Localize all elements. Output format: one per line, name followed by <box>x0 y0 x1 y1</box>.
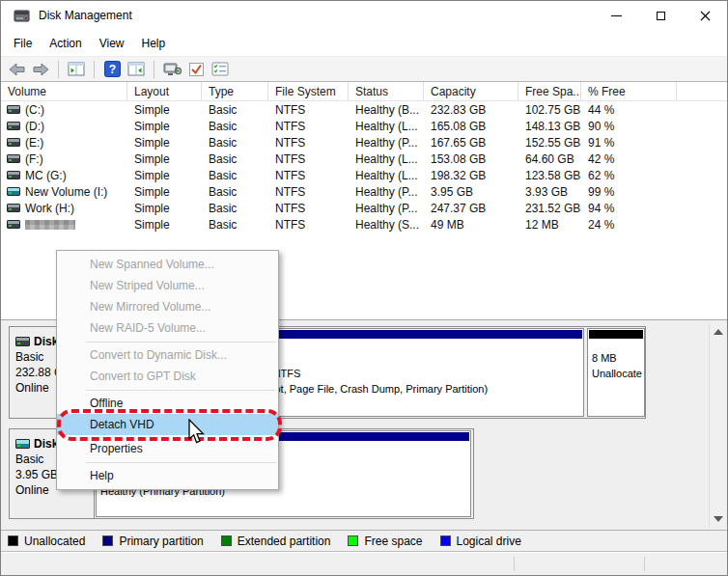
menu-item-new-striped: New Striped Volume... <box>57 275 278 296</box>
show-console-tree-icon[interactable] <box>67 60 86 79</box>
volume-name: (C:) <box>25 103 44 117</box>
menu-file[interactable]: File <box>5 33 41 54</box>
table-row[interactable]: (E:) Simple Basic NTFS Healthy (P... 167… <box>1 134 728 151</box>
drive-icon <box>7 204 20 212</box>
vhd-disk-icon <box>15 439 30 449</box>
minimize-button[interactable] <box>594 1 638 31</box>
legend-label: Free space <box>364 535 422 548</box>
legend-swatch-primary <box>102 535 113 546</box>
menu-item-properties[interactable]: Properties <box>57 438 278 459</box>
menu-item-help[interactable]: Help <box>57 465 278 486</box>
status-divider <box>644 557 645 571</box>
toolbar-separator <box>94 61 95 78</box>
cell-status: Healthy (L... <box>349 120 424 133</box>
drive-icon <box>7 220 20 229</box>
toolbar: ? <box>1 56 727 81</box>
cell-status: Healthy (L... <box>349 169 424 182</box>
cell-free: 3.93 GB <box>518 185 581 199</box>
cell-free: 123.58 GB <box>518 169 581 182</box>
cell-fs: NTFS <box>268 202 349 215</box>
cell-status: Healthy (L... <box>349 152 424 166</box>
cell-capacity: 165.08 GB <box>424 120 518 133</box>
partition-unallocated[interactable]: 8 MB Unallocated <box>587 328 645 417</box>
cell-layout: Simple <box>127 202 202 215</box>
show-action-pane-icon[interactable] <box>126 60 146 79</box>
disk-management-app-icon <box>14 9 30 23</box>
close-button[interactable] <box>683 1 727 31</box>
cell-status: Healthy (P... <box>349 185 424 199</box>
table-row[interactable]: Simple Basic NTFS Healthy (S... 49 MB 12… <box>1 216 728 233</box>
menu-item-new-spanned: New Spanned Volume... <box>57 254 278 275</box>
unallocated-bar <box>589 330 643 339</box>
menu-separator <box>86 462 276 463</box>
cell-pctfree: 44 % <box>581 103 677 117</box>
column-header-filesystem[interactable]: File System <box>268 82 349 100</box>
partition-size: 8 MB <box>592 350 642 366</box>
menu-item-offline[interactable]: Offline <box>57 393 278 414</box>
drive-icon <box>7 105 20 114</box>
legend-label: Primary partition <box>119 535 203 548</box>
menu-separator <box>86 390 276 391</box>
legend-bar: Unallocated Primary partition Extended p… <box>1 530 727 551</box>
mouse-cursor <box>187 419 206 445</box>
table-row[interactable]: (D:) Simple Basic NTFS Healthy (L... 165… <box>1 118 728 134</box>
cell-pctfree: 24 % <box>581 218 677 232</box>
legend-swatch-unallocated <box>8 535 18 546</box>
status-divider <box>514 557 515 571</box>
menu-action[interactable]: Action <box>41 33 90 54</box>
table-row[interactable]: MC (G:) Simple Basic NTFS Healthy (L... … <box>1 167 728 183</box>
window-title: Disk Management <box>39 9 132 22</box>
column-header-status[interactable]: Status <box>349 82 424 100</box>
cell-pctfree: 99 % <box>581 185 677 199</box>
properties-list-icon[interactable] <box>210 60 230 79</box>
volume-name: MC (G:) <box>25 169 67 182</box>
volume-name: (F:) <box>25 152 43 166</box>
disk-name: Disk <box>34 436 58 452</box>
menu-item-detach-vhd[interactable]: Detach VHD <box>57 414 278 435</box>
cell-layout: Simple <box>127 152 202 166</box>
table-row[interactable]: Work (H:) Simple Basic NTFS Healthy (P..… <box>1 200 728 216</box>
menu-view[interactable]: View <box>91 33 133 54</box>
cell-capacity: 167.65 GB <box>424 136 518 150</box>
check-mark-icon[interactable] <box>186 60 206 79</box>
column-header-pctfree[interactable]: % Free <box>581 82 677 100</box>
menu-help[interactable]: Help <box>133 33 175 54</box>
cell-type: Basic <box>202 169 268 182</box>
legend-swatch-extended <box>221 535 232 546</box>
disk-tool-icon[interactable] <box>162 60 182 79</box>
cell-capacity: 247.37 GB <box>424 202 518 215</box>
cell-layout: Simple <box>127 169 202 182</box>
scroll-down-icon[interactable] <box>714 516 723 522</box>
table-row[interactable]: (C:) Simple Basic NTFS Healthy (B... 232… <box>1 101 728 118</box>
cell-type: Basic <box>202 103 268 117</box>
table-row[interactable]: (F:) Simple Basic NTFS Healthy (L... 153… <box>1 151 728 167</box>
cell-capacity: 198.32 GB <box>424 169 518 182</box>
cell-capacity: 49 MB <box>424 218 518 232</box>
scroll-up-icon[interactable] <box>714 329 723 335</box>
drive-icon <box>7 154 20 163</box>
menu-bar: File Action View Help <box>1 31 727 56</box>
minimize-icon <box>611 15 622 16</box>
help-icon[interactable]: ? <box>102 60 122 79</box>
forward-icon[interactable] <box>31 60 50 79</box>
cell-status: Healthy (B... <box>349 103 424 117</box>
vertical-scrollbar[interactable] <box>709 323 725 528</box>
column-header-type[interactable]: Type <box>202 82 268 100</box>
cell-layout: Simple <box>127 120 202 133</box>
cell-status: Healthy (P... <box>349 136 424 150</box>
cell-type: Basic <box>202 218 268 232</box>
cell-status: Healthy (P... <box>349 202 424 215</box>
cell-fs: NTFS <box>268 136 349 150</box>
column-header-capacity[interactable]: Capacity <box>424 82 518 100</box>
column-header-layout[interactable]: Layout <box>127 82 202 100</box>
maximize-button[interactable] <box>638 1 683 31</box>
table-row[interactable]: New Volume (I:) Simple Basic NTFS Health… <box>1 183 728 200</box>
disk-name: Disk <box>34 334 58 349</box>
legend-label: Unallocated <box>24 535 85 548</box>
cell-free: 231.52 GB <box>518 202 581 215</box>
back-icon[interactable] <box>7 60 26 79</box>
column-header-freespace[interactable]: Free Spa... <box>518 82 581 100</box>
column-header-volume[interactable]: Volume <box>1 82 127 100</box>
cell-capacity: 153.08 GB <box>424 152 518 166</box>
menu-item-new-mirrored: New Mirrored Volume... <box>57 296 278 317</box>
